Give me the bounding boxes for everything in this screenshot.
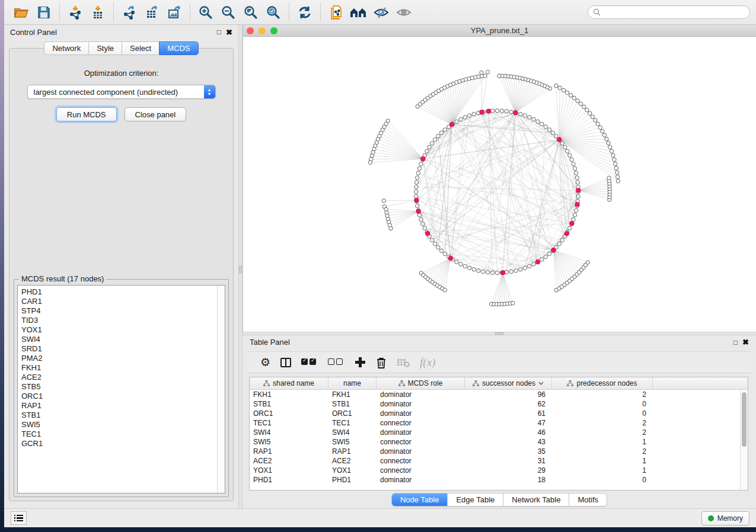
tab-motifs[interactable]: Motifs: [569, 493, 607, 506]
export-table-button[interactable]: [141, 2, 163, 23]
mcds-result-item[interactable]: STP4: [21, 306, 225, 316]
first-neighbors-button[interactable]: [347, 2, 370, 23]
table-row[interactable]: STB1STB1dominator620: [250, 399, 748, 409]
cell-successor-nodes[interactable]: 35: [465, 447, 552, 456]
float-panel-icon[interactable]: □: [733, 339, 738, 346]
cell-MCDS-role[interactable]: connector: [377, 456, 465, 466]
mcds-result-item[interactable]: STB1: [21, 411, 225, 420]
splitter-grip[interactable]: [239, 265, 242, 274]
criterion-dropdown[interactable]: largest connected component (undirected)…: [27, 85, 216, 99]
horizontal-splitter[interactable]: [243, 332, 756, 335]
cell-MCDS-role[interactable]: connector: [377, 418, 465, 428]
zoom-out-button[interactable]: [217, 2, 240, 23]
table-row[interactable]: ORC1ORC1dominator610: [250, 409, 748, 418]
scrollbar-thumb[interactable]: [742, 392, 747, 447]
mcds-result-item[interactable]: ORC1: [21, 392, 225, 401]
open-file-button[interactable]: [10, 2, 33, 23]
minimize-window-icon[interactable]: [259, 27, 266, 34]
task-history-button[interactable]: [11, 511, 27, 525]
float-panel-icon[interactable]: □: [217, 28, 221, 36]
cell-MCDS-role[interactable]: dominator: [377, 447, 465, 456]
mcds-result-item[interactable]: GCR1: [21, 439, 225, 448]
hide-selected-button[interactable]: [370, 2, 393, 23]
table-scrollbar[interactable]: [740, 390, 748, 490]
table-row[interactable]: SWI4SWI4dominator462: [250, 428, 748, 437]
export-image-button[interactable]: [163, 2, 186, 23]
show-all-button[interactable]: [393, 2, 415, 23]
save-session-button[interactable]: [33, 2, 55, 23]
run-mcds-button[interactable]: Run MCDS: [56, 107, 117, 121]
cell-shared-name[interactable]: RAP1: [250, 447, 328, 456]
cell-shared-name[interactable]: SWI5: [250, 437, 328, 447]
mcds-result-item[interactable]: CAR1: [21, 297, 225, 306]
network-graph[interactable]: [243, 37, 756, 331]
cell-successor-nodes[interactable]: 18: [465, 475, 552, 485]
cell-MCDS-role[interactable]: connector: [377, 466, 465, 475]
cell-shared-name[interactable]: ACE2: [250, 456, 328, 466]
cell-successor-nodes[interactable]: 31: [465, 456, 552, 466]
cell-predecessor-nodes[interactable]: 1: [552, 466, 653, 475]
cell-successor-nodes[interactable]: 46: [465, 428, 552, 437]
cell-predecessor-nodes[interactable]: 0: [552, 409, 653, 418]
mcds-result-item[interactable]: SRD1: [21, 344, 225, 354]
search-box[interactable]: [588, 5, 750, 19]
import-network-button[interactable]: [64, 2, 87, 23]
close-panel-icon[interactable]: ✖: [742, 338, 749, 346]
cell-name[interactable]: RAP1: [328, 447, 377, 456]
cell-MCDS-role[interactable]: dominator: [377, 390, 465, 399]
cell-successor-nodes[interactable]: 61: [465, 409, 552, 418]
column-header-predecessor-nodes[interactable]: predecessor nodes: [552, 377, 653, 389]
tab-network-table[interactable]: Network Table: [503, 493, 569, 506]
column-header-successor-nodes[interactable]: successor nodes: [465, 377, 552, 389]
cell-shared-name[interactable]: PHD1: [250, 475, 328, 485]
cell-successor-nodes[interactable]: 29: [465, 466, 552, 475]
close-panel-icon[interactable]: ✖: [226, 28, 232, 36]
column-header-shared-name[interactable]: shared name: [250, 377, 328, 389]
cell-predecessor-nodes[interactable]: 0: [552, 399, 653, 409]
tab-edge-table[interactable]: Edge Table: [448, 493, 503, 506]
cell-predecessor-nodes[interactable]: 2: [552, 447, 653, 456]
cell-predecessor-nodes[interactable]: 2: [552, 390, 653, 399]
maximize-window-icon[interactable]: [270, 27, 277, 34]
cell-name[interactable]: SWI5: [328, 437, 377, 447]
select-all-button[interactable]: [301, 355, 318, 370]
memory-button[interactable]: Memory: [701, 511, 749, 525]
delete-column-button[interactable]: [376, 355, 387, 370]
mcds-result-item[interactable]: SWI5: [21, 420, 225, 430]
table-row[interactable]: SWI5SWI5connector431: [250, 437, 748, 447]
cell-shared-name[interactable]: ORC1: [250, 409, 328, 418]
column-selector-button[interactable]: [280, 355, 291, 370]
cell-predecessor-nodes[interactable]: 1: [552, 456, 653, 466]
zoom-selected-button[interactable]: [262, 2, 285, 23]
cell-shared-name[interactable]: FKH1: [250, 390, 328, 399]
table-row[interactable]: FKH1FKH1dominator962: [250, 390, 748, 399]
mcds-result-item[interactable]: STB5: [21, 382, 225, 392]
mcds-result-item[interactable]: ACE2: [21, 373, 225, 382]
table-settings-button[interactable]: ⚙: [260, 355, 270, 370]
mcds-result-item[interactable]: SWI4: [21, 335, 225, 344]
mcds-result-item[interactable]: TEC1: [21, 430, 225, 439]
cell-successor-nodes[interactable]: 96: [465, 390, 552, 399]
cell-name[interactable]: TEC1: [328, 418, 377, 428]
column-header-name[interactable]: name: [328, 377, 377, 389]
cell-name[interactable]: SWI4: [328, 428, 377, 437]
cell-shared-name[interactable]: STB1: [250, 399, 328, 409]
tab-style[interactable]: Style: [88, 41, 122, 55]
cell-successor-nodes[interactable]: 47: [465, 418, 552, 428]
vertical-splitter[interactable]: [238, 25, 243, 508]
cell-shared-name[interactable]: SWI4: [250, 428, 328, 437]
cell-shared-name[interactable]: YOX1: [250, 466, 328, 475]
network-titlebar[interactable]: YPA_prune.txt_1: [243, 25, 756, 37]
splitter-grip[interactable]: [495, 332, 503, 335]
cell-name[interactable]: ACE2: [328, 456, 377, 466]
cell-predecessor-nodes[interactable]: 1: [552, 437, 653, 447]
new-network-from-selection-button[interactable]: [325, 2, 347, 23]
zoom-fit-button[interactable]: [240, 2, 262, 23]
mcds-result-item[interactable]: PMA2: [21, 354, 225, 363]
table-row[interactable]: ACE2ACE2connector311: [250, 456, 748, 466]
table-row[interactable]: YOX1YOX1connector291: [250, 466, 748, 475]
cell-MCDS-role[interactable]: connector: [377, 437, 465, 447]
cell-MCDS-role[interactable]: dominator: [377, 409, 465, 418]
cell-successor-nodes[interactable]: 43: [465, 437, 552, 447]
tab-node-table[interactable]: Node Table: [392, 493, 448, 506]
